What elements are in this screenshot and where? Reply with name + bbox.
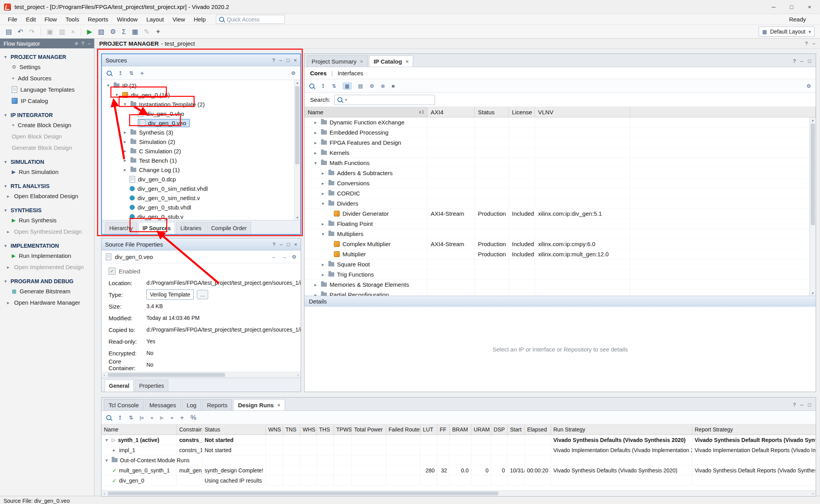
run-icon[interactable]: ▶: [87, 28, 92, 35]
ipc-row-dynamic-function-exchange[interactable]: ▸Dynamic Function eXchange: [305, 117, 809, 128]
nav-item-ip-catalog[interactable]: IP Catalog: [0, 95, 94, 106]
float-icon[interactable]: –: [800, 58, 803, 64]
collapse-all-icon[interactable]: ↥: [118, 71, 123, 76]
column-tpws[interactable]: TPWS: [334, 424, 352, 435]
percent-icon[interactable]: %: [191, 414, 196, 421]
section-header[interactable]: ▾ PROJECT MANAGER: [0, 53, 94, 61]
column-failed-routes[interactable]: Failed Routes: [386, 424, 421, 435]
section-header[interactable]: ▾ RTL ANALYSIS: [0, 182, 94, 190]
menu-tools[interactable]: Tools: [62, 15, 83, 24]
browse-button[interactable]: …: [197, 290, 208, 299]
settings-gear-icon[interactable]: ⚙: [806, 83, 811, 89]
ipc-row-partial-reconfiguration[interactable]: ▸Partial Reconfiguration: [305, 290, 809, 296]
ipc-row-multipliers[interactable]: ▾Multipliers: [305, 229, 809, 239]
ipc-row-conversions[interactable]: ▸Conversions: [305, 178, 809, 188]
column-tns[interactable]: TNS: [283, 424, 300, 435]
layout-select[interactable]: ▦ Default Layout ▾: [759, 27, 815, 37]
run-row-div-gen-0[interactable]: ✓div_gen_0 Using cached IP results: [102, 476, 816, 486]
chevron-down-icon[interactable]: ▾: [122, 101, 128, 107]
ipc-row-embedded-processing[interactable]: ▸Embedded Processing: [305, 128, 809, 138]
scroll-down-icon[interactable]: ▾: [294, 215, 300, 220]
settings-icon[interactable]: ⚙: [110, 28, 116, 35]
section-header[interactable]: ▾ SYNTHESIS: [0, 206, 94, 215]
forward-icon[interactable]: →: [282, 254, 287, 259]
ipc-row-complex-multiplier[interactable]: Complex Multiplier AXI4-Stream Productio…: [305, 239, 809, 249]
chevron-right-icon[interactable]: ▸: [320, 170, 326, 176]
subtab-interfaces[interactable]: Interfaces: [337, 70, 363, 76]
ipc-row-kernels[interactable]: ▸Kernels: [305, 148, 809, 158]
step-back-icon[interactable]: «: [150, 415, 153, 420]
search-input[interactable]: ▾: [334, 95, 435, 105]
scroll-down-icon[interactable]: ▾: [810, 291, 816, 295]
scrollbar-thumb[interactable]: [108, 373, 225, 377]
section-header[interactable]: ▾ IP INTEGRATOR: [0, 111, 94, 119]
column-run-strategy[interactable]: Run Strategy: [551, 424, 692, 435]
step-forward-icon[interactable]: »: [171, 415, 173, 420]
add-sources-icon[interactable]: +: [140, 70, 144, 76]
help-icon[interactable]: ?: [273, 241, 275, 247]
scroll-left-icon[interactable]: ‹: [102, 373, 107, 377]
save-icon[interactable]: ▤: [5, 28, 12, 35]
scroll-up-icon[interactable]: ▴: [294, 80, 300, 85]
chevron-down-icon[interactable]: ▾: [320, 231, 326, 237]
tree-item-instantiation-template[interactable]: ▾ Instantiation Template (2): [102, 99, 294, 109]
steps-icon[interactable]: ▧: [98, 28, 104, 35]
vertical-scrollbar[interactable]: ▴ ▾: [809, 117, 816, 296]
nav-item-open-hardware-manager[interactable]: ▸ Open Hardware Manager: [0, 297, 94, 308]
run-icon[interactable]: ▶: [160, 415, 164, 420]
nav-item-open-elaborated-design[interactable]: ▸ Open Elaborated Design: [0, 190, 94, 202]
minimize-icon[interactable]: –: [813, 41, 815, 46]
column-constraints[interactable]: Constraints: [177, 424, 202, 435]
delete-icon[interactable]: ×: [71, 28, 75, 35]
menu-layout[interactable]: Layout: [143, 15, 168, 24]
help-icon[interactable]: ?: [793, 58, 796, 64]
column-axi4[interactable]: AXI4: [428, 107, 475, 117]
go-to-start-icon[interactable]: |«: [140, 415, 144, 420]
collapse-all-icon[interactable]: ↥: [118, 415, 122, 420]
column-elapsed[interactable]: Elapsed: [525, 424, 551, 435]
panel-menu-icon[interactable]: ≡: [75, 41, 78, 46]
scrollbar-thumb[interactable]: [295, 86, 299, 164]
nav-item-open-block-design[interactable]: Open Block Design: [0, 131, 94, 142]
tab-properties[interactable]: Properties: [135, 380, 168, 392]
redo-icon[interactable]: ↷: [29, 28, 34, 35]
collapse-all-icon[interactable]: ↥: [321, 83, 325, 89]
scroll-left-icon[interactable]: ‹: [102, 491, 107, 496]
chevron-right-icon[interactable]: ▸: [111, 447, 117, 453]
ipc-row-cordic[interactable]: ▸CORDIC: [305, 188, 809, 199]
chevron-down-icon[interactable]: ▾: [104, 437, 109, 443]
tab-compile-order[interactable]: Compile Order: [207, 222, 251, 234]
run-row-impl-1[interactable]: ▸impl_1 constrs_1 Not started Vivado Imp…: [102, 445, 816, 455]
scroll-right-icon[interactable]: ›: [810, 491, 816, 496]
ipc-row-dividers[interactable]: ▾Dividers: [305, 199, 809, 209]
chevron-right-icon[interactable]: ▸: [313, 292, 318, 296]
chevron-right-icon[interactable]: ▸: [313, 140, 318, 146]
maximize-icon[interactable]: □: [287, 57, 290, 63]
scroll-up-icon[interactable]: ▴: [810, 118, 816, 122]
column-license[interactable]: License: [509, 107, 535, 117]
undo-icon[interactable]: ↶: [18, 28, 23, 35]
tab-design-runs[interactable]: Design Runs ×: [233, 399, 285, 410]
column-vlnv[interactable]: VLNV: [535, 107, 630, 117]
details-toggle-icon[interactable]: ■: [392, 83, 395, 89]
nav-item-generate-bitstream[interactable]: ▦ Generate Bitstream: [0, 286, 94, 297]
float-icon[interactable]: –: [279, 57, 282, 63]
chevron-right-icon[interactable]: ▸: [320, 221, 326, 227]
tab-general[interactable]: General: [105, 380, 134, 392]
selected-file-highlight[interactable]: div_gen_0.veo: [138, 119, 190, 127]
run-row-ooc-module-runs[interactable]: ▾Out-of-Context Module Runs: [102, 455, 816, 465]
chevron-down-icon[interactable]: ▾: [104, 458, 109, 463]
help-icon[interactable]: ?: [272, 57, 275, 63]
column-uram[interactable]: URAM: [471, 424, 491, 435]
column-ff[interactable]: FF: [437, 424, 450, 435]
ipc-row-adders-subtracters[interactable]: ▸Adders & Subtracters: [305, 168, 809, 178]
menu-view[interactable]: View: [169, 15, 189, 24]
tree-item-div-gen-0-veo[interactable]: div_gen_0.veo: [102, 118, 294, 128]
column-name[interactable]: Name: [102, 424, 177, 435]
tab-reports[interactable]: Reports: [202, 399, 232, 410]
column-status[interactable]: Status: [475, 107, 509, 117]
back-icon[interactable]: ←: [271, 254, 276, 259]
nav-item-language-templates[interactable]: Language Templates: [0, 84, 94, 95]
chevron-right-icon[interactable]: ▸: [313, 130, 318, 135]
ipc-row-memories-storage[interactable]: ▸Memories & Storage Elements: [305, 280, 809, 290]
